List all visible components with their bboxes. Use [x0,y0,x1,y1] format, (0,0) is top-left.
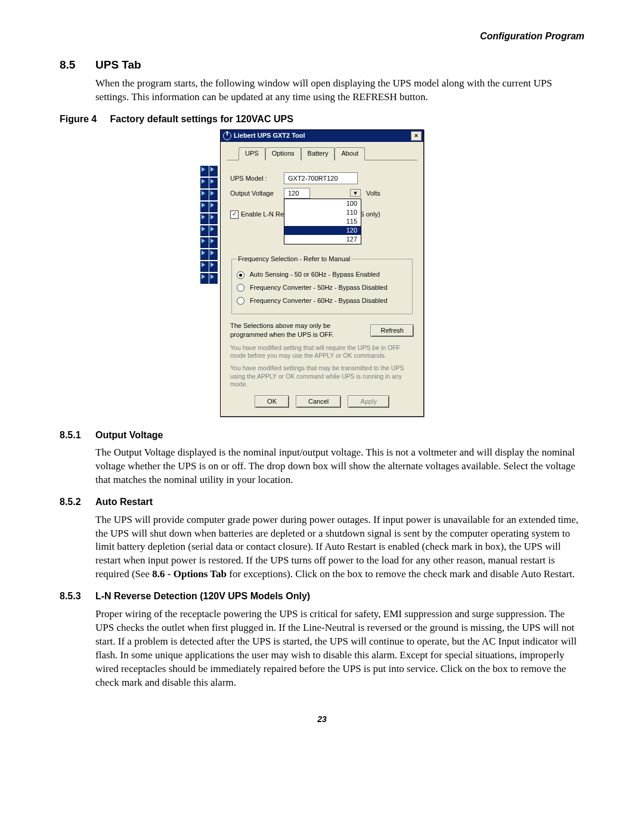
freq-opt-auto: Auto Sensing - 50 or 60Hz - Bypass Enabl… [249,271,379,278]
output-voltage-options[interactable]: 100 110 115 120 127 [284,199,361,244]
volts-suffix: Volts [366,189,380,198]
tab-battery[interactable]: Battery [301,147,335,160]
subsection-paragraph: The Output Voltage displayed is the nomi… [95,446,584,487]
subsection-number: 8.5.3 [60,590,95,603]
freq-radio-60[interactable] [237,297,244,305]
close-button[interactable]: × [411,131,422,141]
section-title: UPS Tab [95,57,141,73]
voltage-option[interactable]: 110 [284,208,361,217]
figure-caption-text: Factory default settings for 120VAC UPS [110,114,293,124]
refresh-button[interactable]: Refresh [370,324,414,337]
tab-strip: UPS Options Battery About [227,147,417,160]
tab-ups-body: UPS Model : GXT2-700RT120 Output Voltage… [227,164,417,410]
freq-opt-60: Frequency Converter - 60Hz - Bypass Disa… [250,297,387,304]
tab-options[interactable]: Options [265,147,301,160]
freq-radio-auto[interactable] [237,271,244,279]
cancel-button[interactable]: Cancel [296,395,341,408]
output-voltage-label: Output Voltage [230,189,284,198]
side-ruler [200,166,218,285]
tab-ups[interactable]: UPS [239,147,265,160]
subsection-title: L-N Reverse Detection (120V UPS Models O… [95,590,310,603]
subsection-title: Auto Restart [95,496,153,509]
power-icon [223,132,231,140]
page-header: Configuration Program [60,30,584,43]
voltage-option[interactable]: 127 [284,235,361,244]
frequency-selection-group: Frequency Selection - Refer to Manual Au… [231,255,413,314]
subsection-title: Output Voltage [95,429,163,442]
voltage-option[interactable]: 115 [284,217,361,226]
dialog-button-row: OK Cancel Apply [230,395,414,408]
voltage-option-selected[interactable]: 120 [284,226,361,235]
figure-caption: Figure 4 Factory default settings for 12… [60,113,584,126]
subsection-number: 8.5.1 [60,429,95,442]
freq-radio-50[interactable] [237,284,244,292]
programming-note: The Selections above may only be program… [230,321,334,339]
output-voltage-dropdown[interactable]: 120 ▼ 100 110 115 120 127 [284,189,361,198]
chevron-down-icon[interactable]: ▼ [350,189,361,197]
apply-button[interactable]: Apply [348,395,389,408]
status-msg-off-required: You have modified setting that will requ… [230,344,414,360]
subsection-paragraph: The UPS will provide computer grade powe… [95,513,584,582]
tab-about[interactable]: About [335,147,365,160]
dialog-title: Liebert UPS GXT2 Tool [234,131,305,140]
section-number: 8.5 [60,57,95,73]
ups-config-dialog: Liebert UPS GXT2 Tool × UPS Options Batt… [220,129,424,417]
subsection-paragraph: Proper wiring of the receptacle powering… [95,608,584,690]
subsection-number: 8.5.2 [60,496,95,509]
dialog-titlebar: Liebert UPS GXT2 Tool × [221,130,423,142]
figure-label: Figure 4 [60,114,97,124]
status-msg-running-ok: You have modified settings that may be t… [230,364,414,388]
voltage-option[interactable]: 100 [284,199,361,208]
ups-model-label: UPS Model : [230,174,284,183]
output-voltage-selected: 120 [284,188,310,199]
enable-ln-checkbox[interactable]: ✓ [230,210,239,219]
section-paragraph: When the program starts, the following w… [95,77,584,104]
ups-model-value: GXT2-700RT120 [284,172,358,185]
freq-opt-50: Frequency Converter - 50Hz - Bypass Disa… [250,284,387,291]
page-number: 23 [60,714,584,725]
ok-button[interactable]: OK [255,395,289,408]
frequency-legend: Frequency Selection - Refer to Manual [237,255,351,264]
